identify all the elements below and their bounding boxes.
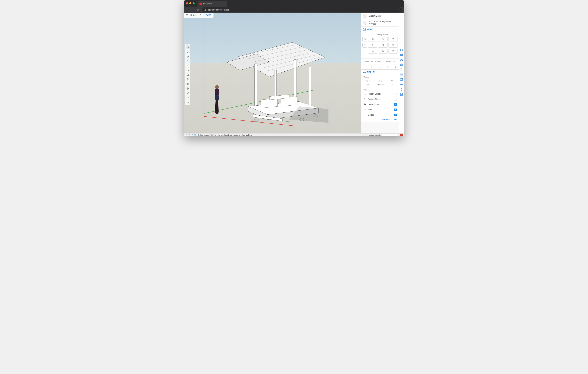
save-button[interactable]: SAVE: [205, 14, 212, 17]
style-thumb-icon: [363, 14, 367, 18]
line-tool-icon[interactable]: [185, 63, 190, 68]
scenes-tray-icon[interactable]: [400, 78, 403, 81]
folder-open-icon[interactable]: [200, 14, 203, 17]
help-icon[interactable]: ?: [192, 134, 193, 136]
checkbox[interactable]: [394, 103, 397, 106]
modelinfo-tray-icon[interactable]: [400, 93, 403, 96]
text-tool-icon[interactable]: [185, 95, 190, 100]
opt-section-cuts[interactable]: Section Cuts: [361, 102, 399, 107]
opt-section-planes[interactable]: Section Planes: [361, 96, 399, 102]
delete-scene-icon[interactable]: 🗑: [387, 66, 388, 68]
offset-tool-icon[interactable]: [185, 82, 190, 86]
reload-icon[interactable]: ⟳: [197, 8, 200, 11]
unhide-label: Unhide: [361, 75, 399, 78]
checkbox[interactable]: [394, 98, 397, 100]
measurements-label: Measurements: [369, 134, 381, 136]
close-tab-icon[interactable]: ×: [224, 3, 225, 5]
unhide-selected-button[interactable]: Selected: [377, 80, 384, 85]
soften-tray-icon[interactable]: [400, 88, 403, 91]
view-perspective-icon[interactable]: [362, 43, 367, 48]
view-parallel-icon[interactable]: [362, 37, 367, 42]
close-window-button[interactable]: [186, 2, 188, 4]
delete-all-guides-link[interactable]: Delete all guides: [361, 118, 399, 122]
boxes-icon: [390, 80, 394, 83]
tags-tray-icon[interactable]: [400, 73, 403, 76]
lock-icon: 🔒: [204, 9, 206, 11]
redo-icon[interactable]: ↷: [189, 134, 190, 136]
view-subsection-label: View: [361, 88, 399, 91]
select-tool-icon[interactable]: [185, 49, 190, 54]
view-bottom2-icon[interactable]: [378, 49, 387, 53]
view-top-icon[interactable]: [378, 37, 387, 42]
minimize-window-button[interactable]: [189, 2, 191, 4]
view-front-icon[interactable]: [388, 37, 398, 42]
tape-tool-icon[interactable]: [185, 91, 190, 95]
move-tool-icon[interactable]: [185, 86, 190, 91]
back-icon[interactable]: ←: [186, 8, 189, 11]
instructor-icon[interactable]: [400, 53, 403, 57]
maximize-window-button[interactable]: [193, 2, 195, 4]
address-bar[interactable]: 🔒 app.sketchup.com/app ☆: [202, 7, 402, 12]
axes-icon: [363, 108, 366, 111]
view-bottom3-icon[interactable]: [388, 49, 398, 53]
expand-panel-icon[interactable]: →: [400, 14, 403, 17]
svg-rect-17: [187, 74, 189, 75]
svg-point-35: [402, 84, 403, 85]
checkbox[interactable]: [394, 108, 397, 111]
view-options-list: Hidden Objects Section Planes Section Cu…: [361, 91, 399, 118]
unhide-last-button[interactable]: Last: [390, 80, 394, 85]
new-tab-button[interactable]: +: [228, 1, 232, 7]
display-tray-icon[interactable]: [400, 83, 403, 86]
geo-icon[interactable]: 🌐: [194, 134, 197, 136]
arc-tool-icon[interactable]: [185, 68, 190, 72]
opt-axes[interactable]: Axes: [361, 107, 399, 112]
paint-tool-icon[interactable]: [185, 59, 190, 63]
app-header: Untitled SAVE: [184, 13, 214, 18]
scenes-toolbar: + ⟳ ▸ 🗑 ⚙: [361, 65, 399, 69]
entity-info-icon[interactable]: [400, 48, 403, 52]
menu-icon[interactable]: [185, 14, 188, 17]
pushpull-tool-icon[interactable]: [185, 77, 190, 82]
undo-icon[interactable]: ↶: [185, 134, 187, 136]
style-item-competition[interactable]: Style Builder Competition Winners: [361, 19, 399, 27]
views-panel-header[interactable]: VIEWS: [361, 27, 399, 32]
components-icon[interactable]: [400, 58, 403, 62]
tab-title: SketchUp: [203, 3, 212, 5]
guides-icon: [363, 113, 366, 117]
scene-settings-icon[interactable]: ⚙: [395, 66, 397, 68]
view-bottom1-icon[interactable]: [368, 49, 377, 53]
view-iso-icon[interactable]: [368, 37, 377, 42]
styles-tray-icon[interactable]: [400, 68, 403, 72]
style-item-straight-lines[interactable]: Straight Lines: [361, 13, 399, 19]
rectangle-tool-icon[interactable]: [185, 72, 190, 77]
opt-guides[interactable]: Guides: [361, 112, 399, 118]
measurements-input[interactable]: [382, 134, 399, 136]
materials-icon[interactable]: [400, 63, 403, 67]
play-scene-icon[interactable]: ▸: [379, 66, 380, 68]
browser-tab[interactable]: SketchUp ×: [198, 1, 227, 7]
update-scene-icon[interactable]: ⟳: [371, 66, 373, 68]
view-left-icon[interactable]: [388, 43, 398, 48]
view-back-icon[interactable]: [378, 43, 387, 48]
sketchup-favicon-icon: [200, 3, 202, 5]
checkbox[interactable]: [394, 93, 397, 95]
unhide-all-button[interactable]: All: [366, 80, 370, 85]
eraser-tool-icon[interactable]: [185, 54, 190, 59]
checkbox[interactable]: [394, 114, 397, 116]
display-panel-header[interactable]: DISPLAY: [361, 69, 399, 75]
chevron-down-icon[interactable]: ⌄: [362, 53, 398, 58]
svg-point-30: [365, 72, 366, 73]
window-controls: [186, 0, 196, 7]
svg-line-2: [248, 47, 301, 59]
svg-rect-10: [309, 67, 311, 108]
opt-hidden-objects[interactable]: Hidden Objects: [361, 91, 399, 96]
view-right-icon[interactable]: [368, 43, 377, 48]
add-scene-icon[interactable]: +: [363, 66, 365, 68]
3d-viewport[interactable]: [184, 13, 367, 133]
forward-icon[interactable]: →: [191, 8, 194, 11]
hidden-icon: [363, 92, 366, 95]
search-tool-icon[interactable]: [186, 44, 190, 49]
section-tool-icon[interactable]: [185, 100, 190, 105]
app-window: SketchUp × + ← → ⟳ 🔒 app.sketchup.com/ap…: [184, 0, 404, 136]
bookmark-star-icon[interactable]: ☆: [398, 9, 400, 11]
